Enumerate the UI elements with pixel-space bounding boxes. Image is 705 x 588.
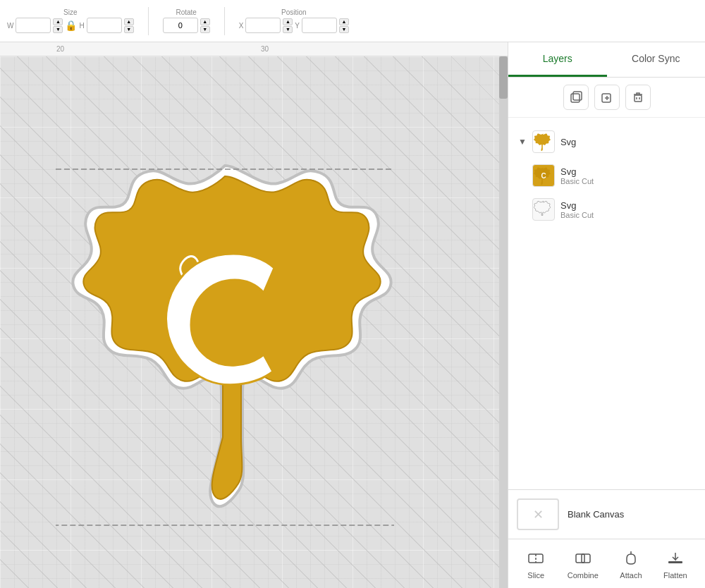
flatten-icon [666,549,685,568]
slice-label: Slice [527,571,544,580]
layer-info-1: Svg Basic Cut [560,166,594,185]
slice-tool[interactable]: Slice [517,543,554,585]
attach-icon [621,549,641,568]
x-up[interactable]: ▲ [283,18,293,25]
layer-child-1-name: Svg [560,166,594,177]
width-down[interactable]: ▼ [53,26,63,33]
rotate-label: Rotate [176,8,196,16]
position-group: Position X ▲ ▼ Y ▲ ▼ [239,8,349,33]
scrollbar-thumb[interactable] [499,56,508,99]
width-input[interactable] [16,18,51,33]
size-label: Size [63,8,77,16]
delete-button[interactable] [625,85,651,110]
add-button[interactable] [594,85,620,110]
layer-parent-svg[interactable]: ▼ Svg [515,125,698,159]
combine-label: Combine [568,571,599,580]
artwork-container[interactable] [56,145,394,539]
x-label: X [239,22,244,30]
tab-colorsync[interactable]: Color Sync [607,42,706,77]
width-up[interactable]: ▲ [53,18,63,25]
layer-child-2-name: Svg [560,200,594,211]
grid-canvas [0,56,499,588]
lock-icon: 🔒 [65,20,77,31]
slice-icon [526,549,546,568]
divider-2 [224,7,225,35]
combine-tool[interactable]: Combine [559,543,607,585]
flatten-tool[interactable]: Flatten [655,543,696,585]
width-spinner: ▲ ▼ [53,18,63,33]
panel-tabs: Layers Color Sync [508,42,705,78]
tab-layers[interactable]: Layers [508,42,607,77]
svg-layer-gold [83,176,380,499]
ruler-top: 20 30 [0,42,508,56]
blank-canvas-thumb: ✕ [517,498,559,530]
blank-canvas-label: Blank Canvas [568,509,624,520]
layer-group-svg: ▼ Svg C [508,125,705,226]
layers-list: ▼ Svg C [508,118,705,489]
rotate-inputs: ▲ ▼ [163,18,210,33]
blank-canvas-area[interactable]: ✕ Blank Canvas [508,489,705,539]
bottom-toolbar: Slice Combine Attach [508,539,705,588]
height-spinner: ▲ ▼ [124,18,134,33]
size-group: Size W ▲ ▼ 🔒 H ▲ ▼ [7,8,134,33]
rotate-up[interactable]: ▲ [200,18,210,25]
layer-info-2: Svg Basic Cut [560,200,594,219]
chevron-down-icon: ▼ [518,137,527,147]
svg-text:C: C [541,172,546,180]
scrollbar-right[interactable] [499,56,508,588]
panel-toolbar [508,78,705,118]
flatten-label: Flatten [663,571,687,580]
y-down[interactable]: ▼ [339,26,349,33]
layer-thumb-child-2 [532,198,555,221]
layer-child-1-sublabel: Basic Cut [560,177,594,185]
svg-rect-11 [576,554,584,563]
main-content: 20 30 [0,42,705,588]
top-toolbar: Size W ▲ ▼ 🔒 H ▲ ▼ Rotate ▲ ▼ [0,0,705,42]
layer-parent-name: Svg [560,137,576,147]
x-spinner: ▲ ▼ [283,18,293,33]
divider-1 [148,7,149,35]
x-input[interactable] [245,18,281,33]
layer-thumb-child-1: C [532,164,555,187]
ruler-mark-30: 30 [261,45,269,53]
svg-rect-0 [571,94,580,102]
svg-rect-12 [582,554,590,563]
layer-child-1[interactable]: C Svg Basic Cut [515,159,698,192]
rotate-group: Rotate ▲ ▼ [163,8,210,33]
combine-icon [573,549,593,568]
layer-child-2[interactable]: Svg Basic Cut [515,192,698,226]
height-input[interactable] [87,18,122,33]
y-label: Y [295,22,300,30]
duplicate-button[interactable] [563,85,589,110]
attach-tool[interactable]: Attach [611,543,650,585]
height-down[interactable]: ▼ [124,26,134,33]
h-label: H [79,22,84,30]
rotate-input[interactable] [163,18,198,33]
blank-canvas-x-icon: ✕ [533,507,544,522]
ruler-mark-20: 20 [56,45,64,53]
svg-rect-1 [573,92,582,100]
svg-rect-14 [668,561,682,563]
svg-rect-5 [634,95,642,102]
layer-thumb-parent [532,130,555,153]
layer-child-2-sublabel: Basic Cut [560,211,594,219]
w-label: W [7,22,13,30]
size-inputs: W ▲ ▼ 🔒 H ▲ ▼ [7,18,134,33]
position-label: Position [281,8,307,16]
y-input[interactable] [302,18,337,33]
rotate-down[interactable]: ▼ [200,26,210,33]
attach-label: Attach [620,571,642,580]
position-inputs: X ▲ ▼ Y ▲ ▼ [239,18,349,33]
canvas-area[interactable]: 20 30 [0,42,508,588]
right-panel: Layers Color Sync ▼ [508,42,705,588]
rotate-spinner: ▲ ▼ [200,18,210,33]
artwork-svg [56,145,394,539]
x-down[interactable]: ▼ [283,26,293,33]
y-spinner: ▲ ▼ [339,18,349,33]
y-up[interactable]: ▲ [339,18,349,25]
height-up[interactable]: ▲ [124,18,134,25]
